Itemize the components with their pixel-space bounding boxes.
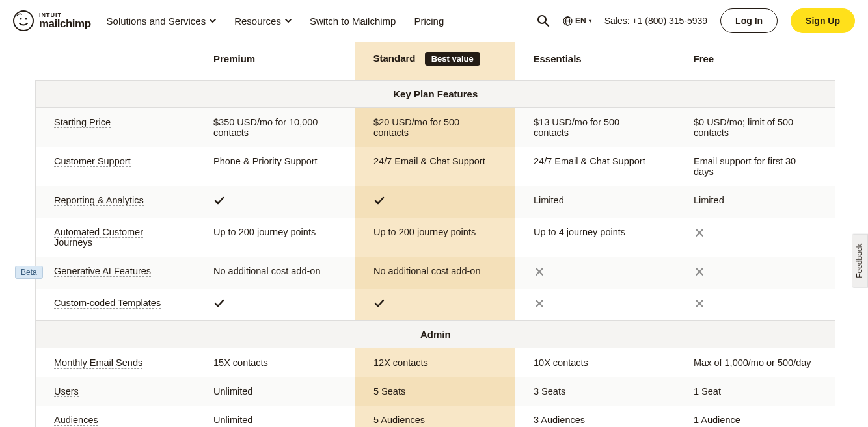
cell-essentials: $13 USD/mo for 500 contacts <box>515 108 675 148</box>
feature-customer-support[interactable]: Customer Support <box>54 156 131 167</box>
cell-premium: Unlimited <box>195 406 355 427</box>
cell-premium: No additional cost add-on <box>195 257 355 289</box>
cell-premium: Phone & Priority Support <box>195 147 355 186</box>
plan-standard-header: Standard Best value <box>355 42 515 81</box>
cell-free: Max of 1,000/mo or 500/day <box>675 348 835 378</box>
table-row: Custom-coded Templates <box>36 289 835 321</box>
table-row: Starting Price $350 USD/mo for 10,000 co… <box>36 108 835 148</box>
nav-resources-label: Resources <box>234 16 281 27</box>
plan-free-header: Free <box>675 42 835 81</box>
sales-phone[interactable]: Sales: +1 (800) 315-5939 <box>604 16 707 26</box>
check-icon <box>373 198 385 209</box>
plan-standard-label: Standard <box>373 53 416 64</box>
brand-mailchimp: mailchimp <box>39 18 91 29</box>
feature-templates[interactable]: Custom-coded Templates <box>54 298 161 309</box>
cell-essentials: 3 Seats <box>515 377 675 406</box>
svg-point-0 <box>14 11 33 31</box>
search-icon <box>537 14 550 27</box>
check-icon <box>373 301 385 311</box>
table-row: BetaGenerative AI Features No additional… <box>36 257 835 289</box>
cell-free: $0 USD/mo; limit of 500 contacts <box>675 108 835 148</box>
svg-point-3 <box>538 16 546 23</box>
cell-essentials: Up to 4 journey points <box>515 218 675 257</box>
mailchimp-logo-icon <box>13 10 34 31</box>
check-icon <box>213 301 225 311</box>
language-selector[interactable]: EN ▾ <box>563 16 591 26</box>
cell-standard: 5 Audiences <box>355 406 515 427</box>
nav-pricing[interactable]: Pricing <box>414 16 444 27</box>
feature-header <box>36 42 195 81</box>
nav-solutions[interactable]: Solutions and Services <box>107 16 217 27</box>
x-icon <box>694 269 705 279</box>
x-icon <box>534 269 545 279</box>
feature-genai[interactable]: Generative AI Features <box>54 266 151 277</box>
cell-standard <box>355 186 515 218</box>
nav-pricing-label: Pricing <box>414 16 444 27</box>
cell-free <box>675 218 835 257</box>
cell-essentials <box>515 257 675 289</box>
chevron-down-icon <box>210 18 216 24</box>
cell-standard: Up to 200 journey points <box>355 218 515 257</box>
nav-solutions-label: Solutions and Services <box>107 16 206 27</box>
best-value-badge: Best value <box>425 52 480 66</box>
feature-starting-price[interactable]: Starting Price <box>54 117 111 128</box>
feature-audiences[interactable]: Audiences <box>54 415 98 426</box>
cell-free <box>675 257 835 289</box>
x-icon <box>694 230 705 240</box>
cell-essentials: 24/7 Email & Chat Support <box>515 147 675 186</box>
section-key-features: Key Plan Features <box>36 81 835 108</box>
svg-line-4 <box>545 23 549 26</box>
cell-standard: No additional cost add-on <box>355 257 515 289</box>
table-row: Reporting & Analytics Limited Limited <box>36 186 835 218</box>
cell-free <box>675 289 835 321</box>
caret-down-icon: ▾ <box>589 18 591 24</box>
beta-badge: Beta <box>15 266 43 279</box>
section-admin: Admin <box>36 321 835 348</box>
table-row: Monthly Email Sends 15X contacts 12X con… <box>36 348 835 378</box>
chevron-down-icon <box>285 18 292 24</box>
cell-essentials: 3 Audiences <box>515 406 675 427</box>
cell-essentials: 10X contacts <box>515 348 675 378</box>
plan-premium-header: Premium <box>195 42 355 81</box>
cell-free: 1 Seat <box>675 377 835 406</box>
svg-point-1 <box>20 18 22 20</box>
cell-premium: 15X contacts <box>195 348 355 378</box>
globe-icon <box>563 16 573 26</box>
x-icon <box>694 301 705 311</box>
feature-reporting[interactable]: Reporting & Analytics <box>54 195 144 206</box>
cell-premium: Unlimited <box>195 377 355 406</box>
cell-standard: 12X contacts <box>355 348 515 378</box>
cell-essentials <box>515 289 675 321</box>
signup-button[interactable]: Sign Up <box>791 8 855 33</box>
cell-standard: 24/7 Email & Chat Support <box>355 147 515 186</box>
cell-standard: 5 Seats <box>355 377 515 406</box>
table-row: Users Unlimited 5 Seats 3 Seats 1 Seat <box>36 377 835 406</box>
cell-premium <box>195 186 355 218</box>
plan-essentials-header: Essentials <box>515 42 675 81</box>
pricing-comparison-table: Premium Standard Best value Essentials F… <box>35 42 835 427</box>
nav-resources[interactable]: Resources <box>234 16 292 27</box>
nav-switch-label: Switch to Mailchimp <box>310 16 396 27</box>
feature-users[interactable]: Users <box>54 386 79 397</box>
cell-standard: $20 USD/mo for 500 contacts <box>355 108 515 148</box>
feedback-tab[interactable]: Feedback <box>852 234 868 288</box>
cell-premium: Up to 200 journey points <box>195 218 355 257</box>
nav-switch[interactable]: Switch to Mailchimp <box>310 16 396 27</box>
search-button[interactable] <box>537 14 550 27</box>
svg-point-2 <box>25 18 27 20</box>
site-header: INTUIT mailchimp Solutions and Services … <box>0 0 868 42</box>
x-icon <box>534 301 545 311</box>
table-row: Customer Support Phone & Priority Suppor… <box>36 147 835 186</box>
logo[interactable]: INTUIT mailchimp <box>13 10 91 31</box>
cell-free: 1 Audience <box>675 406 835 427</box>
cell-free: Email support for first 30 days <box>675 147 835 186</box>
feature-journeys[interactable]: Automated Customer Journeys <box>54 227 143 248</box>
login-button[interactable]: Log In <box>720 8 778 33</box>
cell-premium: $350 USD/mo for 10,000 contacts <box>195 108 355 148</box>
cell-free: Limited <box>675 186 835 218</box>
language-label: EN <box>575 16 586 25</box>
feature-sends[interactable]: Monthly Email Sends <box>54 357 142 369</box>
cell-essentials: Limited <box>515 186 675 218</box>
table-row: Audiences Unlimited 5 Audiences 3 Audien… <box>36 406 835 427</box>
cell-premium <box>195 289 355 321</box>
